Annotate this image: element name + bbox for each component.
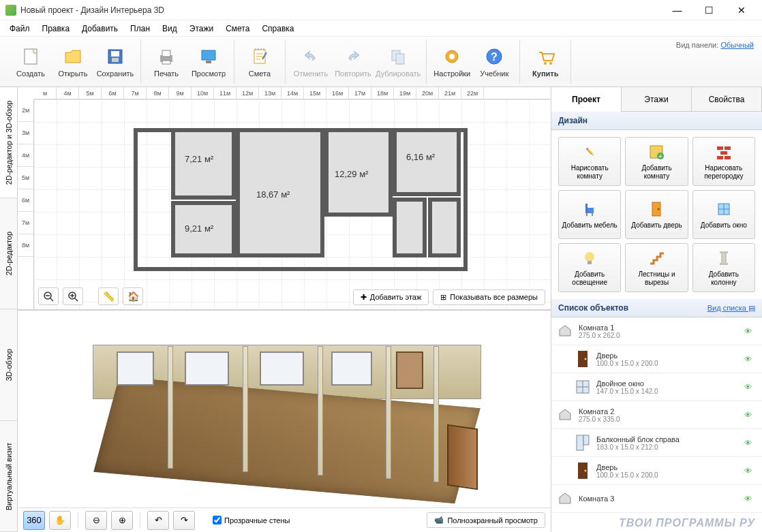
fullscreen-button[interactable]: 📹Полноэкранный просмотр [427, 512, 545, 528]
room-icon [557, 488, 573, 510]
door-icon [575, 460, 591, 482]
list-item[interactable]: Дверь100.0 x 15.0 x 200.0👁 [551, 457, 762, 485]
zoom-out-button[interactable] [38, 287, 59, 305]
preview-button[interactable]: Просмотр [189, 41, 228, 83]
maximize-button[interactable]: ☐ [694, 1, 725, 20]
svg-rect-26 [717, 156, 723, 159]
menu-add[interactable]: Добавить [76, 22, 123, 35]
tab-2d-3d[interactable]: 2D-редактор и 3D-обзор [0, 87, 17, 198]
svg-rect-6 [162, 61, 170, 64]
visibility-icon[interactable]: 👁 [744, 327, 757, 335]
ruler-button[interactable]: 📏 [98, 287, 119, 305]
list-item[interactable]: Комната 3👁 [551, 485, 762, 513]
panel-mode: Вид панели: Обычный [676, 41, 754, 49]
list-item[interactable]: Комната 2275.0 x 335.0👁 [551, 401, 762, 429]
room-area-1: 7,21 м² [185, 154, 213, 164]
tab-2d[interactable]: 2D-редактор [0, 198, 17, 309]
menu-plan[interactable]: План [125, 22, 155, 35]
list-mode-link[interactable]: Вид списка ▤ [707, 304, 755, 313]
canvas-2d[interactable]: м4м5м6м7м8м9м10м11м12м13м14м15м16м17м18м… [18, 87, 551, 311]
cart-icon [534, 46, 556, 67]
list-item[interactable]: Дверь100.0 x 15.0 x 200.0👁 [551, 345, 762, 373]
room-area-4: 6,16 м² [406, 152, 435, 162]
buy-button[interactable]: Купить [525, 41, 565, 83]
draw-room-button[interactable]: ✏️Нарисовать комнату [558, 137, 621, 186]
add-light-button[interactable]: Добавить освещение [558, 243, 621, 292]
gear-icon [441, 46, 463, 67]
room-area-2: 18,67 м² [256, 189, 290, 200]
folder-icon [62, 46, 84, 67]
list-item[interactable]: Балконный блок справа183.0 x 15.0 x 212.… [551, 429, 762, 457]
camera-icon: 📹 [434, 516, 444, 525]
list-item[interactable]: Комната 1275.0 x 262.0👁 [551, 317, 762, 345]
zoom-in-button[interactable] [63, 287, 83, 305]
tab-3d[interactable]: 3D-обзор [0, 310, 17, 421]
stairs-button[interactable]: Лестницы и вырезы [625, 243, 688, 292]
tab-properties[interactable]: Свойства [692, 87, 762, 112]
close-button[interactable]: ✕ [726, 1, 757, 20]
visibility-icon[interactable]: 👁 [744, 411, 757, 419]
visibility-icon[interactable]: 👁 [744, 467, 757, 475]
svg-point-33 [585, 252, 594, 262]
add-furniture-button[interactable]: Добавить мебель [558, 190, 621, 239]
visibility-icon[interactable]: 👁 [744, 383, 757, 391]
add-room-button[interactable]: +Добавить комнату [625, 137, 688, 186]
redo-3d-button[interactable]: ↷ [173, 511, 195, 530]
visibility-icon[interactable]: 👁 [744, 495, 757, 503]
svg-rect-41 [577, 435, 583, 450]
tab-virtual[interactable]: Виртуальный визит [0, 421, 17, 532]
estimate-button[interactable]: Смета [240, 41, 279, 83]
svg-rect-25 [720, 151, 727, 155]
tutorial-button[interactable]: ?Учебник [474, 41, 514, 83]
menubar: Файл Правка Добавить План Вид Этажи Смет… [0, 20, 762, 37]
pan-button[interactable]: ✋ [49, 511, 71, 530]
svg-point-44 [585, 470, 587, 472]
add-door-button[interactable]: Добавить дверь [625, 190, 688, 239]
menu-estimate[interactable]: Смета [220, 22, 255, 35]
svg-rect-23 [717, 146, 723, 150]
menu-view[interactable]: Вид [157, 22, 183, 35]
save-button[interactable]: Сохранить [95, 41, 135, 83]
open-button[interactable]: Открыть [53, 41, 93, 83]
floor-plan[interactable]: 7,21 м² 18,67 м² 12,29 м² 6,16 м² 9,21 м… [134, 114, 468, 278]
transparent-walls-check[interactable]: Прозрачные стены [213, 516, 290, 525]
show-dims-button[interactable]: ⊞Показывать все размеры [433, 290, 545, 305]
add-column-button[interactable]: Добавить колонну [692, 243, 755, 292]
draw-wall-button[interactable]: Нарисовать перегородку [692, 137, 755, 186]
visibility-icon[interactable]: 👁 [744, 439, 757, 447]
minimize-button[interactable]: — [662, 1, 692, 20]
object-list[interactable]: Комната 1275.0 x 262.0👁Дверь100.0 x 15.0… [551, 317, 762, 532]
svg-point-13 [449, 54, 455, 59]
menu-help[interactable]: Справка [256, 22, 299, 35]
printer-icon [155, 46, 177, 67]
tab-project[interactable]: Проект [551, 87, 622, 112]
ruler-horizontal: м4м5м6м7м8м9м10м11м12м13м14м15м16м17м18м… [34, 87, 551, 99]
settings-button[interactable]: Настройки [432, 41, 472, 83]
menu-edit[interactable]: Правка [37, 22, 76, 35]
add-window-button[interactable]: Добавить окно [692, 190, 755, 239]
add-floor-button[interactable]: ✚Добавить этаж [353, 290, 429, 305]
menu-file[interactable]: Файл [4, 22, 35, 35]
visibility-icon[interactable]: 👁 [744, 355, 757, 363]
create-button[interactable]: Создать [11, 41, 50, 83]
toolbar: Создать Открыть Сохранить Печать Просмот… [0, 37, 762, 87]
zoom-in-3d-button[interactable]: ⊕ [111, 511, 133, 530]
zoom-out-3d-button[interactable]: ⊖ [85, 511, 107, 530]
right-panel: Проект Этажи Свойства Дизайн ✏️Нарисоват… [551, 87, 762, 532]
canvas-3d[interactable]: 360 ✋ ⊖ ⊕ ↶ ↷ Прозрачные стены 📹Полноэкр… [18, 311, 551, 533]
svg-point-39 [585, 358, 587, 360]
tab-floors[interactable]: Этажи [622, 87, 692, 112]
print-button[interactable]: Печать [147, 41, 186, 83]
svg-rect-11 [396, 54, 404, 64]
room-area-3: 12,29 м² [335, 169, 368, 179]
help-icon: ? [483, 46, 505, 67]
home-button[interactable]: 🏠 [123, 287, 143, 305]
list-item[interactable]: Двойное окно147.0 x 15.0 x 142.0👁 [551, 373, 762, 401]
svg-rect-7 [202, 50, 215, 60]
undo-3d-button[interactable]: ↶ [147, 511, 169, 530]
svg-rect-27 [725, 156, 731, 159]
room-icon [557, 404, 573, 426]
rotate-360-button[interactable]: 360 [23, 511, 45, 530]
menu-floors[interactable]: Этажи [184, 22, 219, 35]
panel-mode-link[interactable]: Обычный [720, 41, 754, 49]
